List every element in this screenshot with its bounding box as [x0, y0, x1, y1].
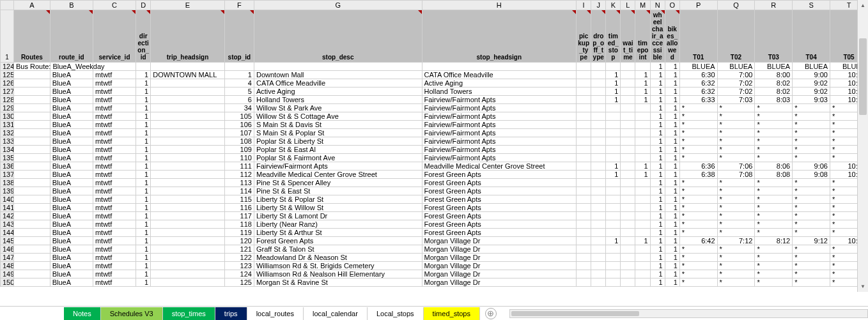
cell-G131[interactable]: S Main St & Davis St [254, 121, 422, 129]
cell-Q147[interactable]: * [717, 254, 755, 262]
cell-R126[interactable]: 8:02 [755, 79, 793, 88]
cell-H136[interactable]: Meadville Medical Center Grove Street [422, 162, 577, 171]
cell-F132[interactable]: 107 [224, 129, 254, 137]
cell-P144[interactable]: * [679, 229, 717, 237]
cell-J129[interactable] [591, 104, 606, 112]
cell-C130[interactable]: mtwtf [93, 112, 136, 121]
cell-K134[interactable] [606, 146, 621, 154]
cell-B142[interactable]: BlueA [50, 212, 93, 220]
cell-K124[interactable] [606, 63, 621, 71]
cell-P130[interactable]: * [679, 112, 717, 121]
cell-L143[interactable] [621, 220, 635, 229]
cell-A134[interactable] [14, 146, 50, 154]
column-header-I[interactable]: I [577, 1, 591, 10]
cell-R149[interactable]: * [755, 270, 793, 278]
cell-H131[interactable]: Fairview/Fairmont Apts [422, 121, 577, 129]
cell-A128[interactable] [14, 96, 50, 104]
cell-D148[interactable]: 1 [136, 262, 151, 270]
cell-H134[interactable]: Fairview/Fairmont Apts [422, 146, 577, 154]
cell-H147[interactable]: Morgan Village Dr [422, 254, 577, 262]
cell-G143[interactable]: Liberty (Near Ranz) [254, 220, 422, 229]
cell-F131[interactable]: 106 [224, 121, 254, 129]
cell-S132[interactable]: * [793, 129, 830, 137]
column-header-S[interactable]: S [793, 1, 830, 10]
cell-E136[interactable] [151, 162, 225, 171]
cell-E139[interactable] [151, 187, 225, 195]
cell-G145[interactable]: Forest Green Apts [254, 237, 422, 245]
cell-F139[interactable]: 114 [224, 187, 254, 195]
cell-G147[interactable]: Meadowland Dr & Neason St [254, 254, 422, 262]
cell-H150[interactable]: Morgan Village Dr [422, 278, 577, 287]
cell-D141[interactable]: 1 [136, 204, 151, 212]
cell-E125[interactable]: DOWNTOWN MALL [151, 71, 225, 79]
cell-S134[interactable]: * [793, 146, 830, 154]
row-header-131[interactable]: 131 [1, 121, 14, 129]
row-header-144[interactable]: 144 [1, 229, 14, 237]
cell-O146[interactable]: 1 [665, 245, 679, 254]
cell-B144[interactable]: BlueA [50, 229, 93, 237]
cell-J146[interactable] [591, 245, 606, 254]
hscroll-thumb[interactable] [511, 311, 639, 316]
cell-P129[interactable]: * [679, 104, 717, 112]
cell-B130[interactable]: BlueA [50, 112, 93, 121]
cell-L126[interactable] [621, 79, 635, 88]
cell-C145[interactable]: mtwtf [93, 237, 136, 245]
cell-S127[interactable]: 9:02 [793, 88, 830, 96]
cell-Q140[interactable]: * [717, 195, 755, 204]
cell-L125[interactable] [621, 71, 635, 79]
cell-F127[interactable]: 5 [224, 88, 254, 96]
cell-H148[interactable]: Morgan Village Dr [422, 262, 577, 270]
cell-Q135[interactable]: * [717, 154, 755, 162]
cell-M126[interactable]: 1 [635, 79, 650, 88]
cell-B136[interactable]: BlueA [50, 162, 93, 171]
cell-A148[interactable] [14, 262, 50, 270]
cell-R150[interactable]: * [755, 278, 793, 287]
cell-L142[interactable] [621, 212, 635, 220]
cell-Q149[interactable]: * [717, 270, 755, 278]
cell-J142[interactable] [591, 212, 606, 220]
cell-P134[interactable]: * [679, 146, 717, 154]
cell-B132[interactable]: BlueA [50, 129, 93, 137]
cell-L150[interactable] [621, 278, 635, 287]
cell-Q142[interactable]: * [717, 212, 755, 220]
cell-R125[interactable]: 8:00 [755, 71, 793, 79]
cell-D138[interactable]: 1 [136, 179, 151, 187]
cell-R147[interactable]: * [755, 254, 793, 262]
cell-J145[interactable] [591, 237, 606, 245]
cell-C125[interactable]: mtwtf [93, 71, 136, 79]
cell-J147[interactable] [591, 254, 606, 262]
cell-E147[interactable] [151, 254, 225, 262]
cell-D136[interactable]: 1 [136, 162, 151, 171]
cell-R138[interactable]: * [755, 179, 793, 187]
field-header-direction_id[interactable]: direction_id [136, 10, 151, 63]
cell-E131[interactable] [151, 121, 225, 129]
cell-L138[interactable] [621, 179, 635, 187]
cell-L131[interactable] [621, 121, 635, 129]
column-header-Q[interactable]: Q [717, 1, 755, 10]
cell-P141[interactable]: * [679, 204, 717, 212]
row-header-145[interactable]: 145 [1, 237, 14, 245]
cell-F148[interactable]: 123 [224, 262, 254, 270]
cell-G144[interactable]: Liberty St & Arthur St [254, 229, 422, 237]
cell-Q130[interactable]: * [717, 112, 755, 121]
scroll-up-arrow-icon[interactable]: ▲ [858, 0, 868, 11]
cell-B129[interactable]: BlueA [50, 104, 93, 112]
cell-D132[interactable]: 1 [136, 129, 151, 137]
row-header-138[interactable]: 138 [1, 179, 14, 187]
cell-I135[interactable] [577, 154, 591, 162]
cell-J148[interactable] [591, 262, 606, 270]
cell-B150[interactable]: BlueA [50, 278, 93, 287]
cell-I131[interactable] [577, 121, 591, 129]
cell-S143[interactable]: * [793, 220, 830, 229]
cell-S135[interactable]: * [793, 154, 830, 162]
cell-D137[interactable]: 1 [136, 171, 151, 179]
cell-E134[interactable] [151, 146, 225, 154]
cell-H140[interactable]: Forest Green Apts [422, 195, 577, 204]
row-header-133[interactable]: 133 [1, 137, 14, 146]
cell-F135[interactable]: 110 [224, 154, 254, 162]
cell-L136[interactable] [621, 162, 635, 171]
cell-P139[interactable]: * [679, 187, 717, 195]
cell-L124[interactable] [621, 63, 635, 71]
cell-N150[interactable]: 1 [650, 278, 665, 287]
cell-S145[interactable]: 9:12 [793, 237, 830, 245]
